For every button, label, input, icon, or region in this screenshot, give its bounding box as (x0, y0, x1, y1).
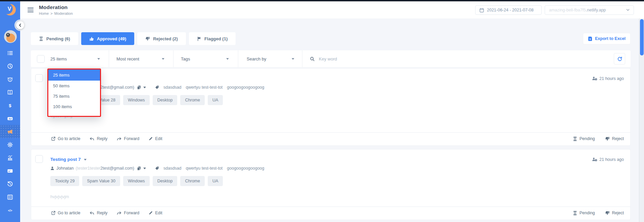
dropdown-option-50[interactable]: 50 items (48, 81, 100, 91)
svg-text:Ad: Ad (8, 117, 11, 120)
tab-pending[interactable]: Pending (6) (31, 32, 78, 45)
sidebar-collapse-button[interactable] (14, 19, 26, 31)
post-tag-word: sdasdsad (163, 85, 182, 90)
refresh-button[interactable] (614, 53, 625, 64)
tag-icon (155, 166, 159, 170)
sidebar-item-alerts[interactable] (0, 73, 20, 86)
post-tag-word: googoogoogoogoog (227, 166, 264, 171)
timestamp-text: 21 hours ago (599, 76, 624, 81)
reply-button[interactable]: Reply (90, 211, 107, 215)
author-caret-icon[interactable] (143, 168, 146, 171)
page-scrollbar[interactable] (639, 18, 644, 222)
go-to-article-link[interactable]: Go to article (51, 211, 80, 215)
post-tag-word: qwertyu test-test-tot (186, 166, 223, 171)
device-pill: Desktop (153, 95, 178, 105)
set-pending-button[interactable]: Pending (573, 211, 595, 215)
post-title[interactable]: Testing post 7 (50, 157, 81, 162)
title-caret-icon[interactable] (84, 159, 87, 162)
sidebar-item-list[interactable] (0, 46, 20, 59)
scrollbar-thumb[interactable] (640, 19, 644, 55)
gear-icon (7, 142, 13, 148)
edit-label: Edit (155, 211, 162, 215)
sidebar-item-ads[interactable]: Ad (0, 112, 20, 125)
tab-flagged[interactable]: Flagged (1) (189, 32, 236, 45)
sidebar-item-billing[interactable]: $ (0, 99, 20, 112)
breadcrumb-current: Moderation (54, 11, 73, 15)
edit-button[interactable]: Edit (149, 136, 162, 141)
dropdown-option-75[interactable]: 75 items (48, 91, 100, 101)
window-top-strip (0, 0, 644, 1)
site-name-ghost: amazing-bell-fba7f5 (549, 8, 586, 12)
thumbs-down-icon (605, 137, 610, 141)
svg-text:$: $ (9, 103, 11, 108)
items-per-page-select[interactable]: 25 items 25 items 50 items 75 items 100 … (50, 50, 109, 67)
sidebar-item-settings[interactable] (0, 138, 20, 151)
sort-select[interactable]: Most recent (109, 50, 174, 67)
sidebar-item-knowledge[interactable] (0, 86, 20, 99)
hourglass-icon (39, 37, 43, 41)
post-timestamp: 21 hours ago (592, 157, 624, 162)
copy-icon[interactable] (137, 85, 141, 90)
tags-select[interactable]: Tags (174, 50, 238, 67)
set-pending-button[interactable]: Pending (573, 136, 595, 141)
sidebar-item-subscriptions[interactable] (0, 164, 20, 177)
date-range-picker[interactable]: 2021-06-24 - 2021-07-08 (475, 5, 542, 15)
site-select[interactable]: amazing-bell-fba7f5.netlify.app (545, 5, 634, 15)
forward-button[interactable]: Forward (117, 211, 139, 215)
reply-button[interactable]: Reply (90, 136, 107, 141)
user-clock-icon (592, 76, 597, 81)
forward-button[interactable]: Forward (117, 136, 139, 141)
sidebar-item-analytics[interactable] (0, 151, 20, 164)
alarm-icon (7, 76, 13, 82)
filter-bar: 25 items 25 items 50 items 75 items 100 … (31, 50, 631, 67)
keyword-search-input[interactable] (319, 56, 609, 61)
browser-pill: Chrome (180, 95, 204, 105)
search-by-value: Search by (247, 56, 266, 61)
post-content-text: hvjvjvjvjm (50, 194, 624, 200)
caret-down-icon (97, 58, 100, 61)
svg-text:</>: </> (8, 209, 12, 212)
copy-icon[interactable] (137, 166, 141, 171)
post-checkbox[interactable] (35, 74, 43, 82)
select-all-checkbox[interactable] (37, 55, 45, 63)
search-by-select[interactable]: Search by (238, 50, 302, 67)
tab-rejected[interactable]: Rejected (2) (137, 32, 186, 45)
reply-label: Reply (97, 211, 107, 215)
post-card: 21 hours ago Johnatan (tester1tester2tes… (31, 68, 631, 146)
sidebar-item-code[interactable]: </> (0, 204, 20, 217)
chevron-left-icon (19, 24, 21, 27)
thumbs-up-icon (89, 37, 94, 41)
go-to-article-link[interactable]: Go to article (51, 136, 80, 141)
sidebar-item-abacus[interactable] (0, 190, 20, 204)
code-icon: </> (7, 207, 13, 213)
logo-letter: V (4, 6, 14, 12)
sidebar-item-history-clock[interactable] (0, 59, 20, 73)
edit-button[interactable]: Edit (149, 211, 162, 215)
tag-icon (155, 85, 159, 89)
items-per-page-dropdown: 25 items 50 items 75 items 100 items (47, 69, 101, 117)
user-avatar[interactable] (4, 30, 17, 43)
app-logo[interactable]: V (4, 4, 16, 15)
breadcrumb-home[interactable]: Home (39, 11, 49, 15)
sidebar-item-moderation[interactable] (0, 125, 20, 138)
hamburger-menu-icon[interactable] (28, 7, 34, 13)
reject-button[interactable]: Reject (605, 136, 624, 141)
caret-down-icon (226, 58, 229, 61)
reject-button[interactable]: Reject (605, 211, 624, 215)
post-timestamp: 21 hours ago (592, 76, 624, 81)
post-checkbox[interactable] (35, 155, 43, 163)
export-to-excel-button[interactable]: X Export to Excel (583, 33, 631, 44)
excel-file-icon: X (588, 36, 592, 41)
status-tabs: Pending (6) Approved (49) Rejected (2) F… (31, 32, 631, 45)
dropdown-option-25[interactable]: 25 items (48, 70, 100, 81)
dropdown-option-100[interactable]: 100 items (48, 101, 100, 112)
caret-down-icon (162, 58, 164, 61)
export-label: Export to Excel (595, 36, 626, 41)
avatar-bird-head (6, 33, 10, 37)
sidebar: V $ Ad </> (0, 1, 20, 222)
tab-approved-label: Approved (49) (97, 36, 126, 41)
author-caret-icon[interactable] (143, 87, 146, 90)
reject-label: Reject (612, 211, 624, 215)
sidebar-item-history[interactable] (0, 177, 20, 190)
tab-approved[interactable]: Approved (49) (81, 32, 134, 45)
